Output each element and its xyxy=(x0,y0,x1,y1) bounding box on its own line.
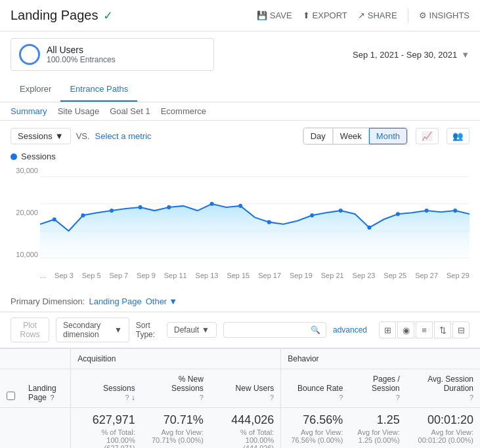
pivot-view-icon[interactable]: ⊟ xyxy=(452,321,469,338)
subtab-site-usage[interactable]: Site Usage xyxy=(58,106,100,116)
other-dim-link[interactable]: Other ▼ xyxy=(146,296,177,306)
totals-pct-new-val: 70.71% xyxy=(148,413,204,427)
legend-label: Sessions xyxy=(21,152,56,161)
sort-default-dropdown[interactable]: Default ▼ xyxy=(167,322,217,338)
page-header: Landing Pages ✓ 💾 SAVE ⬆ EXPORT ↗ SHARE … xyxy=(0,0,480,31)
tab-explorer[interactable]: Explorer xyxy=(11,77,60,102)
chart-controls: Sessions ▼ VS. Select a metric Day Week … xyxy=(0,121,480,152)
save-button[interactable]: 💾 SAVE xyxy=(257,10,292,20)
sessions-sort-icon[interactable]: ↓ xyxy=(131,393,135,402)
x-label-sep25: Sep 25 xyxy=(383,272,406,279)
totals-sessions-cell: 627,971 % of Total: 100.00% (627,971) xyxy=(71,408,142,449)
day-button[interactable]: Day xyxy=(303,128,333,144)
x-label-sep15: Sep 15 xyxy=(227,272,250,279)
x-label-sep17: Sep 17 xyxy=(258,272,281,279)
metric-dropdown-icon: ▼ xyxy=(55,131,64,141)
x-label-sep27: Sep 27 xyxy=(415,272,438,279)
th-bounce-rate[interactable]: Bounce Rate ? xyxy=(281,369,350,408)
week-button[interactable]: Week xyxy=(333,128,369,144)
secondary-dimension-dropdown[interactable]: Secondary dimension ▼ xyxy=(56,317,129,342)
svg-point-8 xyxy=(167,205,171,209)
totals-label-cell xyxy=(22,408,71,449)
totals-duration-val: 00:01:20 xyxy=(413,413,473,427)
select-metric-link[interactable]: Select a metric xyxy=(95,131,152,141)
y-label-20k: 20,000 xyxy=(11,209,38,216)
share-icon: ↗ xyxy=(358,10,365,20)
th-acquisition: Acquisition xyxy=(71,349,281,369)
landing-page-label[interactable]: Landing Page xyxy=(89,296,141,306)
list-view-icon[interactable]: ≡ xyxy=(416,321,433,338)
x-label-sep29: Sep 29 xyxy=(447,272,469,279)
compare-view-icon[interactable]: ⇅ xyxy=(434,321,451,338)
totals-bounce-cell: 76.56% Avg for View: 76.56% (0.00%) xyxy=(281,408,350,449)
subtab-summary[interactable]: Summary xyxy=(11,106,47,116)
svg-point-5 xyxy=(81,213,85,217)
sort-type-label: Sort Type: xyxy=(136,321,160,339)
export-icon: ⬆ xyxy=(303,10,310,20)
th-new-users[interactable]: New Users ? xyxy=(210,369,281,408)
grid-view-icon[interactable]: ⊞ xyxy=(379,321,396,338)
table-search-input[interactable] xyxy=(229,325,308,335)
header-actions: 💾 SAVE ⬆ EXPORT ↗ SHARE ⚙ INSIGHTS xyxy=(257,9,469,22)
svg-point-9 xyxy=(210,202,214,206)
totals-sessions-sub: % of Total: 100.00% (627,971) xyxy=(77,428,135,448)
save-icon: 💾 xyxy=(257,10,267,20)
totals-duration-sub: Avg for View: 00:01:20 (0.00%) xyxy=(413,428,473,444)
totals-pages-val: 1.25 xyxy=(356,413,399,427)
x-label-sep21: Sep 21 xyxy=(321,272,344,279)
th-empty xyxy=(0,349,71,369)
th-pages-session[interactable]: Pages / Session ? xyxy=(349,369,406,408)
segment-box: All Users 100.00% Entrances xyxy=(11,38,214,71)
totals-row: 627,971 % of Total: 100.00% (627,971) 70… xyxy=(0,408,480,449)
svg-point-4 xyxy=(53,217,56,221)
verified-icon: ✓ xyxy=(103,9,113,23)
select-all-checkbox[interactable] xyxy=(7,392,15,400)
line-chart-button[interactable]: 📈 xyxy=(416,128,439,144)
date-range-dropdown-icon: ▼ xyxy=(461,50,469,60)
chart-area: Sessions 30,000 20,000 10,000 xyxy=(0,152,480,291)
totals-pct-new-cell: 70.71% Avg for View: 70.71% (0.00%) xyxy=(142,408,210,449)
chart-legend: Sessions xyxy=(11,152,469,161)
insights-button[interactable]: ⚙ INSIGHTS xyxy=(419,10,469,20)
view-icons: ⊞ ◉ ≡ ⇅ ⊟ xyxy=(379,321,469,338)
date-range[interactable]: Sep 1, 2021 - Sep 30, 2021 ▼ xyxy=(353,50,469,60)
table-search-box: 🔍 xyxy=(223,322,326,338)
subtab-ecommerce[interactable]: Ecommerce xyxy=(161,106,206,116)
totals-new-users-cell: 444,026 % of Total: 100.00% (444,026) xyxy=(210,408,281,449)
advanced-link[interactable]: advanced xyxy=(333,325,367,335)
month-button[interactable]: Month xyxy=(369,128,407,144)
sort-dropdown-icon: ▼ xyxy=(202,325,209,335)
x-label-sep13: Sep 13 xyxy=(196,272,219,279)
th-sessions[interactable]: Sessions ? ↓ xyxy=(71,369,142,408)
export-button[interactable]: ⬆ EXPORT xyxy=(303,10,347,20)
svg-point-13 xyxy=(339,209,343,213)
svg-point-6 xyxy=(110,209,114,213)
th-pct-new-sessions[interactable]: % New Sessions ? xyxy=(142,369,210,408)
x-label-sep9: Sep 9 xyxy=(137,272,156,279)
pie-chart-button[interactable]: 👥 xyxy=(447,128,469,144)
new-users-help-icon: ? xyxy=(270,394,274,401)
svg-point-16 xyxy=(425,209,429,213)
totals-pages-sub: Avg for View: 1.25 (0.00%) xyxy=(356,428,399,444)
totals-pct-new-sub: Avg for View: 70.71% (0.00%) xyxy=(148,428,204,444)
metric-selector[interactable]: Sessions ▼ xyxy=(11,128,71,144)
pie-view-icon[interactable]: ◉ xyxy=(397,321,414,338)
tab-entrance-paths[interactable]: Entrance Paths xyxy=(60,77,137,102)
metric-label: Sessions xyxy=(18,131,53,141)
segment-info: All Users 100.00% Entrances xyxy=(47,45,116,64)
share-button[interactable]: ↗ SHARE xyxy=(358,10,397,20)
th-behavior: Behavior xyxy=(281,349,480,369)
table-controls: Plot Rows Secondary dimension ▼ Sort Typ… xyxy=(0,312,480,348)
subtab-goal-set[interactable]: Goal Set 1 xyxy=(110,106,150,116)
segment-sub: 100.00% Entrances xyxy=(47,55,116,64)
svg-point-10 xyxy=(238,204,242,208)
date-range-text: Sep 1, 2021 - Sep 30, 2021 xyxy=(353,50,457,60)
th-checkbox xyxy=(0,369,22,408)
search-icon[interactable]: 🔍 xyxy=(311,325,320,335)
svg-point-15 xyxy=(396,212,400,216)
plot-rows-button[interactable]: Plot Rows xyxy=(11,317,49,342)
th-avg-session-duration[interactable]: Avg. Session Duration ? xyxy=(406,369,480,408)
pages-session-help-icon: ? xyxy=(396,394,400,401)
bounce-rate-help-icon: ? xyxy=(339,394,343,401)
section-group-header-row: Acquisition Behavior xyxy=(0,349,480,369)
